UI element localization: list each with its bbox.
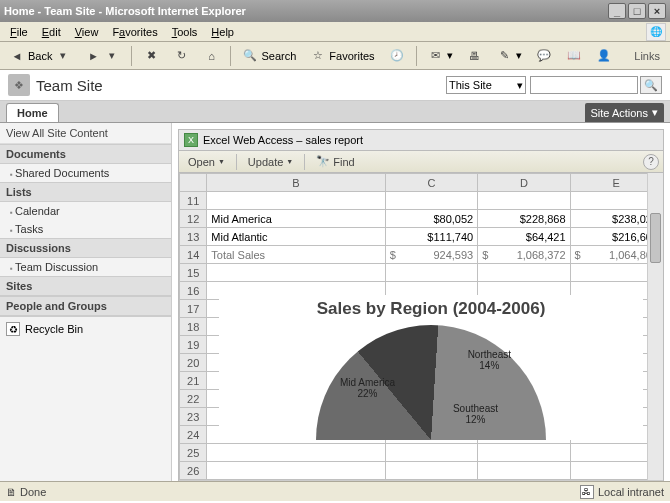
row-header[interactable]: 23: [180, 408, 207, 426]
cell[interactable]: Mid Atlantic: [207, 228, 385, 246]
row-header[interactable]: 16: [180, 282, 207, 300]
status-text: Done: [20, 486, 46, 498]
back-button[interactable]: ◄Back▾: [4, 45, 76, 67]
cell[interactable]: $64,421: [478, 228, 570, 246]
recycle-bin[interactable]: ♻Recycle Bin: [0, 316, 171, 341]
row-header[interactable]: 17: [180, 300, 207, 318]
row-header[interactable]: 15: [180, 264, 207, 282]
menu-edit[interactable]: Edit: [36, 24, 67, 40]
nav-item-calendar[interactable]: Calendar: [0, 202, 171, 220]
menu-help[interactable]: Help: [205, 24, 240, 40]
cell[interactable]: [385, 192, 477, 210]
forward-button[interactable]: ►▾: [80, 45, 125, 67]
site-search-input[interactable]: [530, 76, 638, 94]
home-button[interactable]: ⌂: [198, 45, 224, 67]
row-header[interactable]: 13: [180, 228, 207, 246]
cell[interactable]: $80,052: [385, 210, 477, 228]
site-header: ❖ Team Site This Site▾ 🔍: [0, 70, 670, 101]
links-bar[interactable]: Links: [628, 50, 666, 62]
table-row: 13Mid Atlantic$111,740$64,421$216,601: [180, 228, 663, 246]
edit-button[interactable]: ✎▾: [492, 45, 527, 67]
stop-button[interactable]: ✖: [138, 45, 164, 67]
ewa-toolbar: Open▼ Update▼ 🔭Find ?: [179, 151, 663, 173]
chevron-down-icon: ▾: [652, 106, 658, 119]
slice-label-southeast: Southeast12%: [453, 403, 498, 425]
print-button[interactable]: 🖶: [462, 45, 488, 67]
excel-icon: X: [184, 133, 198, 147]
cell[interactable]: [207, 192, 385, 210]
mail-icon: ✉: [428, 48, 444, 64]
row-header[interactable]: 21: [180, 372, 207, 390]
menu-tools[interactable]: Tools: [166, 24, 204, 40]
mail-button[interactable]: ✉▾: [423, 45, 458, 67]
ewa-open-menu[interactable]: Open▼: [183, 154, 230, 170]
cell[interactable]: $111,740: [385, 228, 477, 246]
col-header[interactable]: C: [385, 174, 477, 192]
search-scope-dropdown[interactable]: This Site▾: [446, 76, 526, 94]
view-all-site-content[interactable]: View All Site Content: [0, 123, 171, 144]
nav-section-people[interactable]: People and Groups: [0, 296, 171, 316]
page-done-icon: 🗎: [6, 486, 17, 498]
refresh-button[interactable]: ↻: [168, 45, 194, 67]
nav-section-documents[interactable]: Documents: [0, 144, 171, 164]
search-button[interactable]: 🔍Search: [237, 45, 301, 67]
row-header[interactable]: 24: [180, 426, 207, 444]
menu-file[interactable]: File: [4, 24, 34, 40]
nav-item-shared-documents[interactable]: Shared Documents: [0, 164, 171, 182]
search-go-button[interactable]: 🔍: [640, 76, 662, 94]
col-header[interactable]: B: [207, 174, 385, 192]
nav-section-lists[interactable]: Lists: [0, 182, 171, 202]
recycle-icon: ♻: [6, 322, 20, 336]
back-icon: ◄: [9, 48, 25, 64]
row-header[interactable]: 20: [180, 354, 207, 372]
row-header[interactable]: 12: [180, 210, 207, 228]
main-content: X Excel Web Access – sales report Open▼ …: [172, 123, 670, 481]
close-button[interactable]: ×: [648, 3, 666, 19]
browser-toolbar: ◄Back▾ ►▾ ✖ ↻ ⌂ 🔍Search ☆Favorites 🕗 ✉▾ …: [0, 42, 670, 70]
vertical-scrollbar[interactable]: [647, 173, 663, 480]
table-row: 12Mid America$80,052$228,868$238,026: [180, 210, 663, 228]
ewa-update-menu[interactable]: Update▼: [243, 154, 298, 170]
nav-item-team-discussion[interactable]: Team Discussion: [0, 258, 171, 276]
site-logo-icon: ❖: [8, 74, 30, 96]
slice-label-northeast: Northeast14%: [468, 349, 511, 371]
horizontal-scrollbar[interactable]: [179, 480, 663, 481]
messenger-button[interactable]: 👤: [591, 45, 617, 67]
row-header[interactable]: 11: [180, 192, 207, 210]
history-button[interactable]: 🕗: [384, 45, 410, 67]
cell[interactable]: 1,068,372: [478, 246, 570, 264]
ewa-help-button[interactable]: ?: [643, 154, 659, 170]
row-header[interactable]: 18: [180, 318, 207, 336]
minimize-button[interactable]: _: [608, 3, 626, 19]
chevron-down-icon: ▾: [517, 79, 523, 92]
menu-view[interactable]: View: [69, 24, 105, 40]
row-header[interactable]: 26: [180, 462, 207, 480]
menubar: File Edit View Favorites Tools Help 🌐: [0, 22, 670, 42]
row-header[interactable]: 22: [180, 390, 207, 408]
site-actions-menu[interactable]: Site Actions▾: [585, 103, 664, 122]
binoculars-icon: 🔭: [316, 155, 330, 168]
zone-icon: 🖧: [580, 485, 594, 499]
tab-home[interactable]: Home: [6, 103, 59, 122]
row-header[interactable]: 19: [180, 336, 207, 354]
cell[interactable]: [478, 192, 570, 210]
cell[interactable]: $228,868: [478, 210, 570, 228]
ewa-find-button[interactable]: 🔭Find: [311, 153, 359, 170]
menu-favorites[interactable]: Favorites: [106, 24, 163, 40]
discuss-button[interactable]: 💬: [531, 45, 557, 67]
excel-web-access-webpart: X Excel Web Access – sales report Open▼ …: [178, 129, 664, 481]
row-header[interactable]: 14: [180, 246, 207, 264]
star-icon: ☆: [310, 48, 326, 64]
nav-item-tasks[interactable]: Tasks: [0, 220, 171, 238]
col-header[interactable]: D: [478, 174, 570, 192]
table-row: 15: [180, 264, 663, 282]
research-button[interactable]: 📖: [561, 45, 587, 67]
cell[interactable]: Mid America: [207, 210, 385, 228]
favorites-button[interactable]: ☆Favorites: [305, 45, 379, 67]
cell[interactable]: 924,593: [385, 246, 477, 264]
nav-section-sites[interactable]: Sites: [0, 276, 171, 296]
nav-section-discussions[interactable]: Discussions: [0, 238, 171, 258]
row-header[interactable]: 25: [180, 444, 207, 462]
maximize-button[interactable]: □: [628, 3, 646, 19]
cell[interactable]: Total Sales: [207, 246, 385, 264]
